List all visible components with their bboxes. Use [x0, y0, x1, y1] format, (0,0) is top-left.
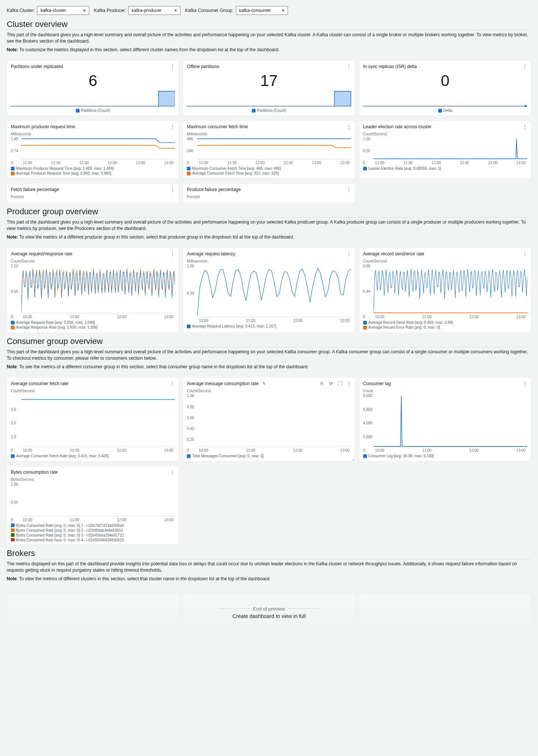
sparkline: [187, 90, 351, 107]
card-avg-msg: Average message consumption rate ✎ ⎘ ⟳ ⛶…: [183, 377, 355, 461]
section-desc: The metrics displayed on this part of th…: [7, 561, 531, 574]
section-desc: This part of the dashboard gives you a h…: [7, 349, 531, 362]
menu-icon[interactable]: [170, 469, 175, 475]
menu-icon[interactable]: [346, 251, 351, 257]
card-avg-fetch: Average consumer fetch rate Count/Second…: [7, 377, 179, 461]
section-note: Note: To view the metrics of a different…: [7, 234, 531, 240]
chart: [21, 264, 175, 314]
copy-icon[interactable]: ⎘: [319, 381, 325, 386]
filter-producer-label: Kafka Producer:: [94, 8, 126, 13]
card-produce-fail: Produce failure percentage Percent: [183, 183, 355, 203]
caret-down-icon: [174, 10, 177, 12]
svg-marker-1: [525, 105, 527, 107]
card-avg-latency: Average request latency Milliseconds 1.0…: [183, 248, 355, 333]
section-title: Cluster overview: [7, 19, 531, 30]
metric-value: 6: [11, 72, 175, 90]
chart: [197, 264, 351, 318]
section-title: Consumer group overview: [7, 336, 531, 347]
menu-icon[interactable]: [170, 251, 175, 257]
card-fetch-fail: Fetch failure percentage Percent: [7, 183, 179, 203]
chart: [374, 137, 527, 160]
filter-bar: Kafka Cluster: kafka-cluster Kafka Produ…: [0, 0, 538, 18]
section-consumer: Consumer group overview This part of the…: [0, 335, 538, 375]
section-desc: This part of the dashboard gives you a h…: [7, 32, 531, 44]
chart: [197, 137, 351, 160]
card-leader-election: Leader election rate across cluster Coun…: [359, 120, 531, 179]
filter-consumer-label: Kafka Consumer Group:: [185, 8, 233, 13]
resize-handle[interactable]: [352, 458, 355, 461]
menu-icon[interactable]: [522, 64, 527, 70]
chart: [374, 394, 527, 448]
refresh-icon[interactable]: ⟳: [328, 381, 334, 386]
menu-icon[interactable]: [170, 124, 175, 130]
caret-down-icon: [282, 10, 285, 12]
card-avg-record: Average record send/error rate Count/Sec…: [359, 248, 531, 333]
menu-icon[interactable]: [170, 64, 175, 70]
section-note: Note: To view the metrics of different c…: [7, 576, 531, 582]
section-title: Producer group overview: [7, 207, 531, 218]
section-note: Note: To customize the metrics displayed…: [7, 47, 531, 53]
sparkline: [363, 90, 527, 107]
section-cluster: Cluster overview This part of the dashbo…: [0, 18, 538, 58]
card-avg-req-resp: Average request/response rate Count/Seco…: [7, 248, 179, 333]
menu-icon[interactable]: [522, 251, 527, 257]
chart: [21, 394, 175, 448]
section-brokers: Brokers The metrics displayed on this pa…: [0, 547, 538, 587]
section-note: Note: To see the metrics of a different …: [7, 364, 531, 370]
metric-value: 0: [363, 72, 527, 90]
menu-icon[interactable]: [346, 381, 351, 387]
menu-icon[interactable]: [346, 64, 351, 70]
menu-icon[interactable]: [346, 187, 351, 193]
section-producer: Producer group overview This part of the…: [0, 205, 538, 245]
edit-icon[interactable]: ✎: [262, 381, 267, 386]
card-bytes: Bytes consumption rate Bytes/Second 1.00…: [7, 466, 179, 545]
filter-cluster-dropdown[interactable]: kafka-cluster: [37, 6, 89, 15]
preview-end-label: End of preview: [219, 606, 319, 612]
preview-create-link[interactable]: Create dashboard to view in full: [219, 613, 319, 619]
chart: [197, 394, 351, 448]
preview-overlay: End of preview Create dashboard to view …: [7, 590, 531, 635]
card-offline-partitions: Offline partitions 17 Partitions (Count): [183, 60, 355, 116]
caret-down-icon: [83, 10, 86, 12]
card-max-consumer: Maximum consumer fetch time Milliseconds…: [183, 120, 355, 179]
section-title: Brokers: [7, 548, 531, 559]
section-desc: This part of the dashboard gives you a h…: [7, 219, 531, 232]
card-max-producer: Maximum producer request time Millisecon…: [7, 120, 179, 179]
filter-cluster-label: Kafka Cluster:: [7, 8, 35, 13]
card-partitions-under: Partitions under replicated 6 Partitions…: [7, 60, 179, 116]
metric-value: 17: [187, 72, 351, 90]
card-isr-delta: In-sync replicas (ISR) delta 0 Delta: [359, 60, 531, 116]
menu-icon[interactable]: [170, 381, 175, 387]
filter-consumer-dropdown[interactable]: kafka-consumer: [236, 6, 288, 15]
menu-icon[interactable]: [522, 124, 527, 130]
menu-icon[interactable]: [522, 381, 527, 387]
chart: [374, 264, 527, 314]
chart: [21, 482, 175, 517]
menu-icon[interactable]: [346, 124, 351, 130]
sparkline: [11, 90, 175, 107]
expand-icon[interactable]: ⛶: [337, 381, 343, 386]
card-consumer-lag: Consumer lag Count 8,0006,0004,0002,0000…: [359, 377, 531, 461]
menu-icon[interactable]: [170, 187, 175, 193]
chart: [21, 137, 175, 160]
filter-producer-dropdown[interactable]: kafka-producer: [128, 6, 180, 15]
